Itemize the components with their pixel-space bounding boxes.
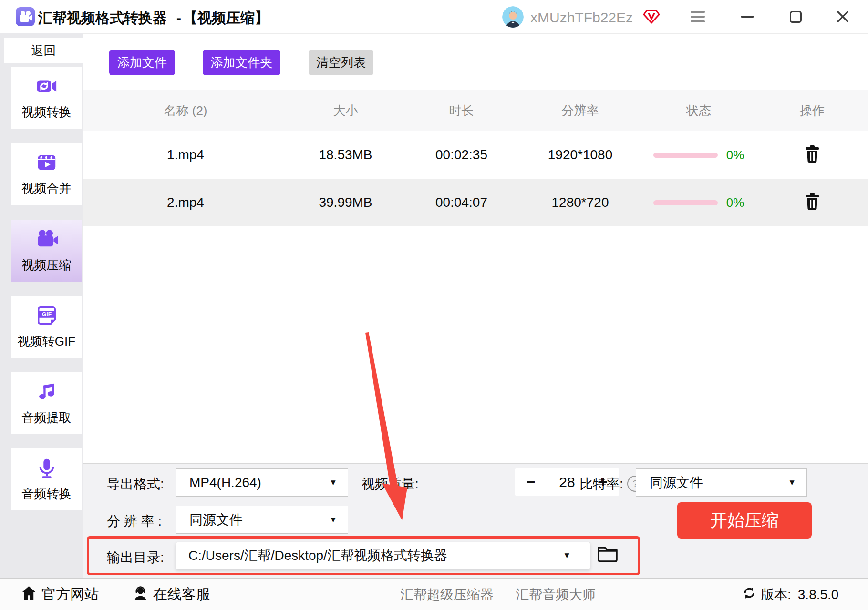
- title-separator: -: [176, 10, 181, 26]
- official-site-label: 官方网站: [41, 585, 99, 604]
- file-resolution: 1920*1080: [519, 147, 641, 163]
- action-cell: [756, 145, 868, 165]
- delete-trash-icon[interactable]: [805, 193, 820, 213]
- settings-panel: 导出格式: MP4(H.264) ▼ 视频质量: − 28 + ? 比特率: 同…: [83, 463, 868, 579]
- bitrate-value: 同源文件: [636, 474, 788, 492]
- audio-convert-icon: [36, 457, 58, 481]
- delete-trash-icon[interactable]: [805, 145, 820, 165]
- sidebar-item-video-merge[interactable]: 视频合并: [11, 143, 82, 205]
- header-name: 名称 (2): [83, 102, 288, 119]
- app-logo-icon: [16, 7, 35, 28]
- maximize-button[interactable]: [779, 0, 812, 33]
- header-size: 大小: [288, 102, 403, 119]
- file-size: 18.53MB: [288, 147, 403, 163]
- link-super-compressor[interactable]: 汇帮超级压缩器: [400, 579, 494, 610]
- header-status: 状态: [641, 102, 756, 119]
- customer-service-icon: [133, 585, 148, 604]
- table-header-row: 名称 (2) 大小 时长 分辨率 状态 操作: [83, 90, 868, 131]
- file-name: 2.mp4: [83, 195, 288, 210]
- sidebar-item-label: 视频转GIF: [18, 333, 75, 350]
- sidebar-item-label: 音频提取: [22, 409, 72, 426]
- version-label: 版本:: [761, 586, 791, 604]
- quality-value: 28: [559, 474, 575, 490]
- export-format-label: 导出格式:: [107, 475, 164, 493]
- sidebar-item-audio-extract[interactable]: 音频提取: [11, 372, 82, 434]
- progress-bar: [653, 152, 718, 158]
- file-name: 1.mp4: [83, 147, 288, 163]
- app-window: 汇帮视频格式转换器-【视频压缩】 xMUzhTFb22Ez: [0, 0, 868, 610]
- chevron-down-icon: ▼: [329, 515, 348, 525]
- sidebar-item-audio-convert[interactable]: 音频转换: [11, 448, 82, 510]
- link-audio-master[interactable]: 汇帮音频大师: [516, 579, 596, 610]
- add-file-label: 添加文件: [117, 54, 167, 71]
- sidebar-item-video-convert[interactable]: 视频转换: [11, 67, 82, 129]
- progress-percent: 0%: [726, 195, 744, 210]
- version-value: 3.8.5.0: [798, 587, 839, 602]
- add-folder-button[interactable]: 添加文件夹: [203, 50, 280, 75]
- clear-list-label: 清空列表: [316, 54, 366, 71]
- window-title: 汇帮视频格式转换器-【视频压缩】: [38, 9, 276, 28]
- file-resolution: 1280*720: [519, 195, 641, 210]
- sidebar-item-video-compress[interactable]: 视频压缩: [11, 220, 82, 282]
- app-name: 汇帮视频格式转换器: [38, 10, 167, 26]
- resolution-value: 同源文件: [176, 511, 329, 529]
- online-service-link[interactable]: 在线客服: [133, 579, 210, 610]
- sidebar-item-video-to-gif[interactable]: GIF 视频转GIF: [11, 296, 82, 358]
- sidebar-item-label: 视频合并: [22, 180, 72, 197]
- minimize-button[interactable]: [731, 0, 764, 33]
- video-compress-icon: [35, 228, 58, 252]
- menu-button[interactable]: [681, 0, 714, 33]
- online-service-label: 在线客服: [153, 585, 210, 604]
- add-file-button[interactable]: 添加文件: [109, 50, 175, 75]
- video-convert-icon: [36, 75, 58, 99]
- audio-extract-icon: [36, 381, 58, 405]
- export-format-value: MP4(H.264): [176, 475, 329, 490]
- sidebar-item-label: 视频压缩: [22, 257, 72, 274]
- output-dir-value: C:/Users/汇帮/Desktop/汇帮视频格式转换器: [176, 547, 563, 565]
- add-folder-label: 添加文件夹: [211, 54, 273, 71]
- bitrate-select[interactable]: 同源文件 ▼: [636, 468, 807, 497]
- output-dir-select[interactable]: C:/Users/汇帮/Desktop/汇帮视频格式转换器 ▼: [176, 542, 590, 569]
- header-resolution: 分辨率: [519, 102, 641, 119]
- home-icon: [21, 585, 37, 604]
- username: xMUzhTFb22Ez: [530, 10, 633, 26]
- page-name: 【视频压缩】: [183, 10, 269, 26]
- official-site-link[interactable]: 官方网站: [21, 579, 99, 610]
- status-cell: 0%: [641, 195, 756, 210]
- version-info: 版本: 3.8.5.0: [743, 579, 838, 610]
- chevron-down-icon: ▼: [788, 478, 806, 488]
- start-compress-button[interactable]: 开始压缩: [677, 502, 812, 539]
- back-button[interactable]: 返回: [4, 38, 83, 63]
- titlebar: 汇帮视频格式转换器-【视频压缩】 xMUzhTFb22Ez: [0, 0, 868, 34]
- action-cell: [756, 193, 868, 213]
- avatar[interactable]: [502, 6, 524, 30]
- file-table: 名称 (2) 大小 时长 分辨率 状态 操作 1.mp4 18.53MB 00:…: [83, 90, 868, 226]
- link-super-compressor-label: 汇帮超级压缩器: [400, 586, 494, 604]
- sidebar: 返回 视频转换: [0, 33, 83, 578]
- vip-badge-icon[interactable]: [643, 9, 660, 26]
- close-button[interactable]: [826, 0, 859, 33]
- link-audio-master-label: 汇帮音频大师: [516, 586, 596, 604]
- start-compress-label: 开始压缩: [710, 509, 779, 532]
- table-row: 2.mp4 39.99MB 00:04:07 1280*720 0%: [83, 179, 868, 226]
- progress-percent: 0%: [726, 148, 744, 163]
- footer: 官方网站 在线客服 汇帮超级压缩器 汇帮音频大师: [0, 578, 868, 610]
- file-size: 39.99MB: [288, 195, 403, 210]
- header-action: 操作: [756, 102, 868, 119]
- progress-bar: [653, 200, 718, 205]
- export-format-select[interactable]: MP4(H.264) ▼: [176, 468, 348, 497]
- gif-icon-text: GIF: [42, 311, 52, 318]
- chevron-down-icon: ▼: [563, 551, 590, 560]
- chevron-down-icon: ▼: [329, 478, 348, 488]
- resolution-label: 分 辨 率 :: [107, 512, 162, 530]
- update-refresh-icon[interactable]: [743, 586, 756, 603]
- back-label: 返回: [31, 42, 56, 59]
- bitrate-label: 比特率:: [579, 475, 623, 493]
- video-to-gif-icon: GIF: [36, 305, 58, 328]
- quality-minus-button[interactable]: −: [527, 473, 536, 491]
- resolution-select[interactable]: 同源文件 ▼: [176, 506, 348, 534]
- clear-list-button[interactable]: 清空列表: [309, 50, 373, 75]
- video-quality-label: 视频质量:: [362, 475, 419, 493]
- browse-folder-icon[interactable]: [597, 544, 618, 565]
- status-cell: 0%: [641, 148, 756, 163]
